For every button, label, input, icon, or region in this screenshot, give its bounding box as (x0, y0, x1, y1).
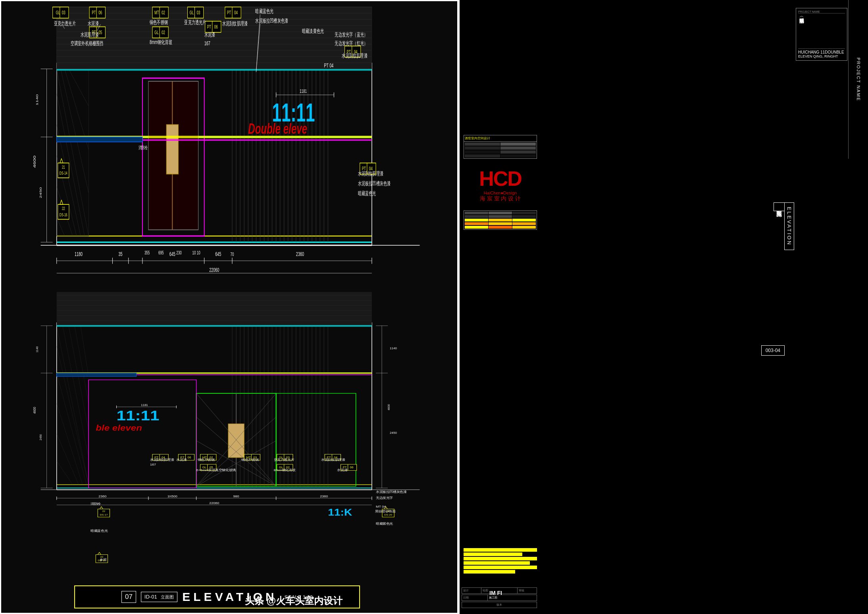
legend-title: 酒窖室内空间设计 (464, 135, 537, 142)
company-name: HUICHANG 11DOUNBLE (798, 48, 845, 54)
svg-text:水泥漆: 水泥漆 (337, 468, 347, 472)
svg-text:亚克力透光片: 亚克力透光片 (184, 19, 206, 26)
svg-text:MT: MT (154, 10, 159, 15)
project-name-vertical: PROJECT NAME (848, 0, 868, 159)
stamp-check: 审核 (518, 588, 537, 593)
svg-text:645: 645 (215, 250, 221, 257)
svg-text:Double  eleve: Double eleve (248, 121, 307, 137)
svg-text:无边发光字: 无边发光字 (376, 496, 393, 500)
svg-text:参照: 参照 (100, 558, 106, 562)
right-panel: PROJECT NAME PROJECT NAME 酒吧（娱乐空间）项目 HUI… (458, 0, 868, 614)
svg-text:03: 03 (197, 10, 200, 15)
svg-text:1181: 1181 (300, 89, 307, 94)
svg-text:2450: 2450 (39, 187, 42, 198)
svg-rect-51 (57, 137, 142, 142)
svg-text:645: 645 (169, 250, 175, 257)
project-name-label: PROJECT NAME (798, 10, 845, 13)
svg-text:GL: GL (189, 10, 194, 15)
svg-text:铜色不锈钢: 铜色不锈钢 (241, 458, 258, 462)
svg-text:铜色不锈钢: 铜色不锈钢 (149, 19, 168, 26)
svg-text:35: 35 (119, 250, 123, 257)
svg-text:暗藏蓝色光: 暗藏蓝色光 (358, 190, 376, 197)
svg-text:11:11: 11:11 (117, 408, 160, 423)
sheet-number: 07 (121, 591, 136, 603)
yellow-bars-section (464, 547, 537, 574)
drawing-id: ID-01 立面图 (141, 592, 177, 602)
legend-grid-2 (464, 211, 537, 229)
svg-text:PT: PT (207, 24, 212, 29)
svg-text:GL: GL (154, 30, 159, 35)
svg-text:03: 03 (62, 10, 65, 15)
svg-text:水泥板拉凹槽灰色漆: 水泥板拉凹槽灰色漆 (376, 490, 407, 494)
legend-grid (464, 142, 537, 158)
svg-text:亚克力透光片: 亚克力透光片 (274, 458, 294, 462)
svg-text:水泥漆: 水泥漆 (88, 20, 99, 27)
svg-text:1140: 1140 (390, 347, 397, 350)
svg-text:水泥刮纹肌理漆: 水泥刮纹肌理漆 (342, 52, 367, 59)
svg-text:铜色不锈钢: 铜色不锈钢 (197, 458, 215, 462)
svg-text:22060: 22060 (209, 501, 219, 505)
svg-text:10 10: 10 10 (192, 250, 200, 256)
svg-text:DS-17: DS-17 (100, 513, 108, 516)
svg-text:暗藏淡黄色光: 暗藏淡黄色光 (302, 28, 324, 35)
svg-text:8mm钢化清玻: 8mm钢化清玻 (150, 39, 172, 46)
stamp-date: 日期 (462, 595, 488, 601)
svg-text:355: 355 (144, 250, 150, 256)
svg-text:1181: 1181 (141, 403, 148, 406)
svg-text:ble  eleven: ble eleven (96, 423, 142, 433)
svg-text:05: 05 (98, 30, 102, 35)
svg-text:21: 21 (62, 165, 65, 169)
svg-text:1140: 1140 (36, 94, 39, 105)
project-chinese-title: 酒吧（娱乐空间）项目 (798, 15, 805, 46)
svg-text:4600: 4600 (387, 404, 391, 410)
svg-text:暗藏蓝色光: 暗藏蓝色光 (90, 529, 108, 533)
svg-text:水泥肌理漆: 水泥肌理漆 (81, 31, 99, 38)
svg-text:PT: PT (227, 10, 231, 15)
svg-text:06: 06 (98, 10, 102, 15)
svg-text:02: 02 (162, 10, 165, 15)
svg-text:695: 695 (158, 250, 164, 256)
svg-text:无边发光字（红光）: 无边发光字（红光） (335, 40, 368, 47)
svg-text:4600: 4600 (33, 155, 37, 168)
svg-text:消防栓: 消防栓 (139, 145, 148, 150)
stamp-design: 设计 (462, 588, 481, 593)
svg-text:DS-20: DS-20 (384, 513, 392, 516)
svg-rect-96 (53, 7, 69, 18)
main-container: 11:11 Double eleve 1180 35 645 645 70 23… (0, 0, 868, 614)
legend-table-top: 酒窖室内空间设计 (464, 135, 537, 159)
svg-text:167: 167 (150, 463, 156, 466)
svg-text:亚克力透光片: 亚克力透光片 (54, 20, 76, 27)
svg-text:2360: 2360 (320, 494, 328, 498)
svg-text:PT 04: PT 04 (324, 62, 333, 69)
svg-text:2360: 2360 (98, 494, 106, 498)
svg-text:无边发光字（蓝光）: 无边发光字（蓝光） (335, 31, 368, 38)
svg-text:8mm钢化清玻: 8mm钢化清玻 (274, 468, 296, 472)
svg-text:1180: 1180 (75, 250, 83, 257)
svg-text:DS-16: DS-16 (60, 212, 67, 217)
svg-text:水泥刮纹肌理漆: 水泥刮纹肌理漆 (321, 458, 345, 462)
svg-text:GL: GL (56, 10, 60, 15)
svg-text:1140: 1140 (35, 346, 39, 352)
svg-text:暗藏蓝色光: 暗藏蓝色光 (255, 8, 273, 15)
project-label: PROJECT NAME (856, 58, 861, 101)
top-drawing-svg: 11:11 Double eleve 1180 35 645 645 70 23… (1, 1, 458, 289)
svg-text:DS-14: DS-14 (60, 171, 67, 176)
svg-text:06: 06 (350, 466, 354, 469)
svg-rect-221 (57, 325, 372, 327)
location-text: ELEVEN QING, RINGHT (798, 54, 845, 58)
svg-text:水泥刮纹肌理漆: 水泥刮纹肌理漆 (222, 20, 248, 27)
svg-text:22: 22 (62, 206, 65, 211)
hcd-chinese: 海 宸 室 内 设 计 (464, 195, 537, 202)
svg-text:暗藏紫色光: 暗藏紫色光 (376, 522, 393, 525)
svg-text:PT: PT (92, 10, 96, 15)
watermark: 头条 @火车头室内设计 (245, 595, 343, 607)
svg-text:980: 980 (233, 494, 239, 498)
svg-text:水泥刮纹肌理漆: 水泥刮纹肌理漆 (150, 458, 174, 462)
elevation-en-vertical: ELEVATION (784, 202, 794, 250)
svg-text:消防栓: 消防栓 (90, 502, 101, 506)
legend-table-bottom (464, 210, 537, 230)
svg-text:230: 230 (176, 250, 182, 256)
svg-rect-224 (57, 373, 137, 377)
svg-text:04: 04 (234, 10, 238, 15)
drawing-number-box: 003-04 (761, 345, 785, 356)
